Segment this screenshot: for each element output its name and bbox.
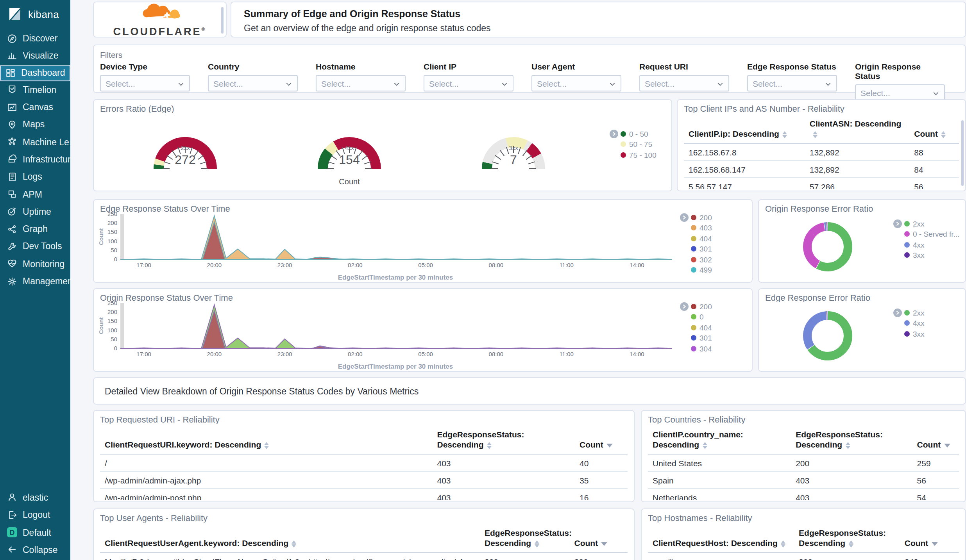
country-select[interactable]: Select... (208, 75, 298, 91)
sort-desc-icon (601, 542, 607, 546)
svg-text:05:00: 05:00 (418, 351, 433, 357)
svg-text:Count: Count (98, 317, 104, 334)
edge-response-status-select[interactable]: Select... (747, 75, 837, 91)
origin-response-status-select[interactable]: Select... (855, 84, 945, 101)
legend-item-label[interactable]: 4xx (913, 240, 925, 249)
expand-legend-icon[interactable] (893, 219, 902, 228)
sort-desc-icon (606, 444, 613, 448)
column-header-count[interactable]: Count (912, 426, 959, 455)
sidebar-item-collapse[interactable]: Collapse (0, 541, 70, 558)
sidebar-item-infrastructure[interactable]: Infrastructure (0, 151, 70, 168)
client-ips-table: ClientIP.ip: DescendingClientASN: Descen… (684, 116, 959, 189)
sidebar-item-graph[interactable]: Graph (0, 220, 70, 238)
sidebar-item-discover[interactable]: Discover (0, 30, 70, 47)
legend-item-label[interactable]: 2xx (913, 219, 925, 228)
legend-item-label[interactable]: 301 (699, 244, 712, 253)
column-header-clientip-country-name[interactable]: ClientIP.country_name: Descending (648, 426, 791, 455)
sidebar-item-uptime[interactable]: Uptime (0, 203, 70, 220)
device-type-select[interactable]: Select... (100, 75, 190, 91)
sort-desc-icon (931, 542, 937, 546)
legend-item-label[interactable]: 404 (699, 323, 712, 332)
column-header-count[interactable]: Count (570, 525, 628, 553)
kibana-logo[interactable]: kibana (0, 0, 70, 28)
sidebar-item-canvas[interactable]: Canvas (0, 98, 70, 116)
column-header-clientrequestuseragent-keyword[interactable]: ClientRequestUserAgent.keyword: Descendi… (100, 525, 480, 553)
svg-text:14:00: 14:00 (630, 262, 644, 268)
sidebar-item-dashboard[interactable]: Dashboard (0, 64, 70, 81)
filter-label: Client IP (424, 62, 513, 71)
panel-scrollbar[interactable] (221, 7, 224, 34)
legend-item-label[interactable]: 75 - 100 (629, 150, 657, 159)
legend-item: 4xx (893, 240, 959, 249)
column-header-clientrequesthost[interactable]: ClientRequestHost: Descending (648, 525, 794, 553)
legend-item-label[interactable]: 404 (699, 234, 712, 243)
legend-item-label[interactable]: 302 (699, 255, 712, 264)
user-agent-select[interactable]: Select... (531, 75, 621, 91)
column-header-count[interactable]: Count (575, 426, 628, 455)
sidebar-item-dev-tools[interactable]: Dev Tools (0, 238, 70, 255)
column-header-edgeresponsestatus[interactable]: EdgeResponseStatus: Descending (791, 426, 912, 455)
monitoring-icon (7, 259, 17, 269)
legend-item-label[interactable]: 2xx (913, 308, 925, 317)
filters-row: Device TypeSelect...CountrySelect...Host… (100, 62, 945, 101)
expand-legend-icon[interactable] (610, 129, 618, 138)
column-header-edgeresponsestatus[interactable]: EdgeResponseStatus: Descending (794, 525, 900, 553)
legend-item-label[interactable]: 0 (699, 312, 704, 321)
sidebar-item-timelion[interactable]: Timelion (0, 81, 70, 98)
table-row: camilia.me200242 (648, 553, 959, 560)
infrastructure-icon (7, 154, 17, 164)
dashboard-summary-title: Summary of Edge and Origin Response Stat… (244, 9, 460, 20)
svg-text:02:00: 02:00 (348, 262, 363, 268)
sidebar-item-default[interactable]: DDefault (0, 524, 70, 541)
column-header-count[interactable]: Count (909, 116, 959, 144)
svg-text:20:00: 20:00 (207, 262, 222, 268)
hostname-select[interactable]: Select... (316, 75, 406, 91)
sidebar-item-management[interactable]: Management (0, 273, 70, 290)
legend-item-label[interactable]: 50 - 75 (629, 140, 652, 148)
table-cell: 56 (912, 472, 959, 489)
svg-text:17:00: 17:00 (136, 351, 151, 357)
chevron-down-icon (393, 76, 400, 90)
column-header-edgeresponsestatus[interactable]: EdgeResponseStatus: Descending (480, 525, 570, 553)
panel-scrollbar[interactable] (961, 120, 964, 186)
column-header-clientip-ip[interactable]: ClientIP.ip: Descending (684, 116, 805, 144)
sidebar-item-maps[interactable]: Maps (0, 116, 70, 133)
svg-text:Count: Count (98, 228, 104, 245)
table-cell: 200 (791, 455, 912, 472)
column-header-clientasn[interactable]: ClientASN: Descending (805, 116, 910, 144)
request-uri-select[interactable]: Select... (639, 75, 729, 91)
sidebar-item-logout[interactable]: Logout (0, 506, 70, 524)
sidebar-item-label: Monitoring (23, 259, 64, 268)
column-header-count[interactable]: Count (900, 525, 959, 553)
legend-item-label[interactable]: 304 (699, 344, 712, 353)
expand-legend-icon[interactable] (680, 302, 689, 310)
sidebar-item-apm[interactable]: APM (0, 185, 70, 203)
panel-top-hostnames: Top Hostnames - Reliability ClientReques… (641, 508, 966, 560)
sidebar-item-logs[interactable]: Logs (0, 168, 70, 185)
sidebar-item-label: Timelion (23, 85, 56, 94)
legend-item-label[interactable]: 0 - 50 (629, 129, 648, 138)
legend-item-label[interactable]: 403 (699, 223, 712, 232)
expand-legend-icon[interactable] (893, 308, 902, 317)
legend-item-label[interactable]: 3xx (913, 251, 925, 259)
legend-item-label[interactable]: 3xx (913, 329, 925, 338)
cloudflare-cloud-icon (117, 2, 203, 26)
column-header-clientrequesturi-keyword[interactable]: ClientRequestURI.keyword: Descending (100, 426, 433, 455)
column-header-edgeresponsestatus[interactable]: EdgeResponseStatus: Descending (433, 426, 575, 455)
legend-item-label[interactable]: 4xx (913, 319, 925, 327)
sidebar-item-visualize[interactable]: Visualize (0, 47, 70, 65)
svg-text:200: 200 (107, 219, 117, 226)
legend-item-label[interactable]: 499 (699, 266, 712, 274)
table-cell: /wp-admin/admin-post.php (100, 489, 433, 500)
sidebar-item-monitoring[interactable]: Monitoring (0, 255, 70, 273)
legend-item-label[interactable]: 301 (699, 334, 712, 342)
machine-learning-icon (7, 137, 17, 147)
legend-item-label[interactable]: 200 (699, 213, 712, 221)
legend-color-dot (691, 346, 696, 351)
sidebar-item-elastic[interactable]: elastic (0, 489, 70, 506)
expand-legend-icon[interactable] (680, 213, 689, 221)
legend-item-label[interactable]: 0 - Served fr... (913, 230, 959, 238)
client-ip-select[interactable]: Select... (424, 75, 513, 91)
legend-item-label[interactable]: 200 (699, 302, 712, 310)
sidebar-item-machine-le[interactable]: Machine Le... (0, 133, 70, 151)
